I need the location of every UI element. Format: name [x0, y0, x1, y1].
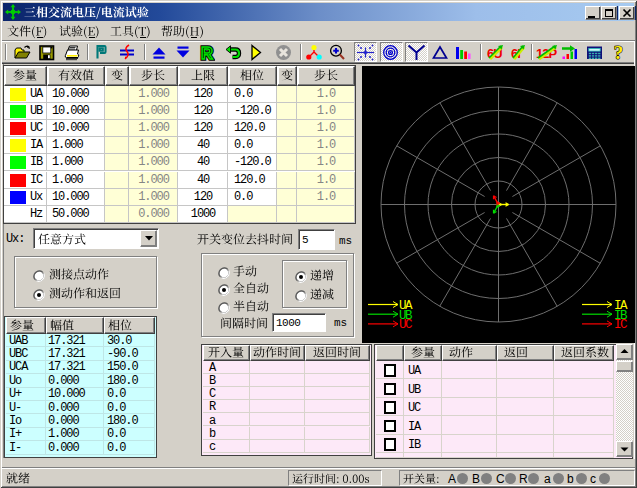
svg-text:IC: IC	[614, 318, 627, 332]
svg-text:R: R	[201, 44, 213, 61]
svg-text:UC: UC	[399, 318, 412, 332]
svg-text:?: ?	[614, 44, 624, 62]
